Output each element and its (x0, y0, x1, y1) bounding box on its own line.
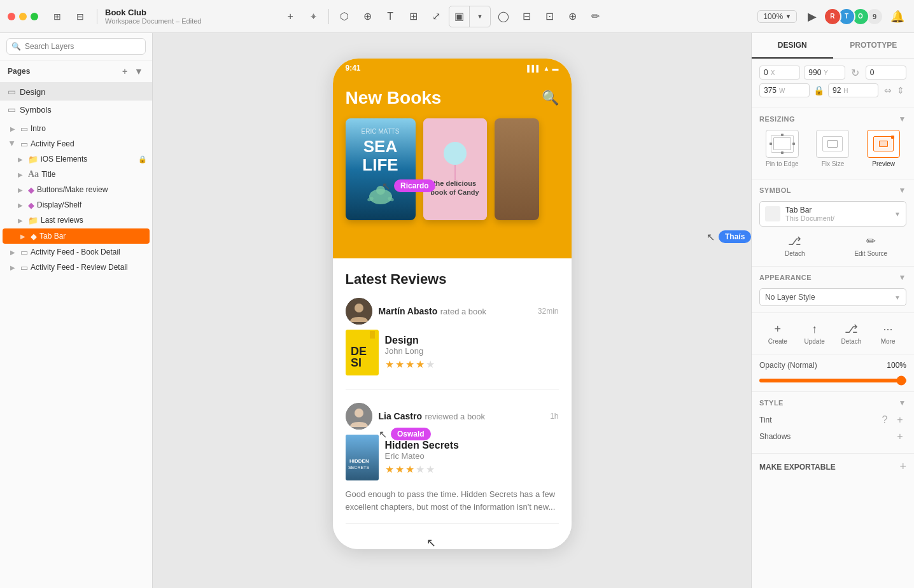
zoom-control[interactable]: 100% ▼ (757, 10, 797, 23)
frame-dropdown[interactable]: ▼ (470, 6, 490, 27)
layer-title[interactable]: ▶ Aa Title (0, 167, 152, 182)
coord-r[interactable]: 0 (866, 66, 906, 80)
search-input[interactable] (6, 38, 146, 55)
create-label: Create (768, 338, 787, 345)
resize-fix-size[interactable]: Fix Size (810, 130, 856, 167)
resizing-chevron-icon[interactable]: ▼ (899, 115, 906, 123)
panel-tabs: DESIGN PROTOTYPE (752, 33, 914, 59)
close-button[interactable] (8, 13, 15, 20)
layer-review-detail[interactable]: ▶ ▭ Activity Feed - Review Detail (0, 260, 152, 275)
pan-tool[interactable]: ⌖ (303, 6, 323, 27)
expand-buttons[interactable]: ▶ (15, 185, 25, 195)
opacity-slider[interactable] (759, 379, 906, 382)
pencil-tool[interactable]: ✏ (585, 6, 605, 27)
frame-tool[interactable]: ▣ (449, 6, 470, 27)
layer-last-reviews[interactable]: ▶ 📁 Last reviews (0, 213, 152, 228)
fullscreen-button[interactable] (31, 13, 38, 20)
coord-y[interactable]: 990 Y (804, 66, 845, 80)
appearance-chevron-icon[interactable]: ▼ (899, 273, 906, 282)
book-info-design: Design John Long ★ ★ ★ ★ ★ (385, 335, 559, 370)
update-button[interactable]: ↑ Update (796, 320, 833, 347)
canvas-area[interactable]: ↖ Ricardo ↖ Thaís ↖ Oswald ↖ 9:41 ▌▌▌ ▲ … (153, 33, 751, 588)
symbol-cud-row: + Create ↑ Update ⎇ Detach ··· More (759, 319, 906, 347)
resize-pin-to-edge[interactable]: Pin to Edge (759, 130, 805, 167)
notification-icon[interactable]: 🔔 (889, 8, 906, 25)
page-item-symbols[interactable]: ▭ Symbols (0, 101, 152, 118)
coord-x[interactable]: 0 X (759, 66, 800, 80)
layer-display-shelf[interactable]: ▶ ◆ Display/Shelf (0, 197, 152, 213)
star-l-2: ★ (395, 463, 404, 475)
page-item-design[interactable]: ▭ Design (0, 83, 152, 101)
rotation-icon[interactable]: ↻ (849, 66, 862, 79)
toolbar-separator-1 (97, 9, 97, 24)
add-page-button[interactable]: + (119, 66, 130, 77)
resize-preview[interactable]: Preview (861, 130, 906, 167)
phone-search-icon[interactable]: 🔍 (542, 90, 559, 106)
shape-tool[interactable]: ⬡ (334, 6, 355, 27)
symbol-chevron-icon[interactable]: ▼ (899, 186, 906, 195)
expand-ios-elements[interactable]: ▶ (15, 154, 25, 164)
signal-icon: ▌▌▌ (527, 65, 540, 72)
text-tool[interactable]: T (380, 6, 400, 27)
expand-activity-feed[interactable]: ▶ (8, 139, 18, 149)
mirror-tool[interactable]: ⊟ (516, 6, 537, 27)
pen-tool[interactable]: ⊕ (357, 6, 377, 27)
detach-button[interactable]: ⎇ Detach (759, 232, 831, 260)
component-tool[interactable]: ◯ (493, 6, 514, 27)
review-header-martin: Martín Abasto rated a book 32min (346, 298, 559, 325)
pages-dropdown-icon[interactable]: ▼ (133, 66, 144, 77)
layer-book-detail[interactable]: ▶ ▭ Activity Feed - Book Detail (0, 244, 152, 260)
layer-label-book-detail: Activity Feed - Book Detail (31, 248, 147, 256)
layer-intro[interactable]: ▶ ▭ Intro (0, 121, 152, 136)
slice-tool[interactable]: ⊡ (539, 6, 559, 27)
symbol-selector[interactable]: Tab Bar This Document/ ▼ (759, 201, 906, 227)
exportable-add-icon[interactable]: + (899, 460, 906, 473)
more-button[interactable]: ··· More (869, 320, 906, 347)
expand-tab-bar[interactable]: ▶ (18, 231, 28, 241)
insert-tool[interactable]: + (280, 6, 300, 27)
layer-style-dropdown[interactable]: No Layer Style ▼ (759, 288, 906, 306)
battery-icon: ▬ (552, 65, 559, 72)
tint-help-icon[interactable]: ? (878, 414, 891, 426)
style-section: STYLE ▼ Tint ? + Shadows + (752, 392, 914, 454)
style-chevron-icon[interactable]: ▼ (899, 398, 906, 407)
flip-h-icon[interactable]: ⇔ (882, 85, 894, 96)
more-icon: ··· (883, 323, 893, 336)
expand-title[interactable]: ▶ (15, 169, 25, 179)
view-toggle-icon[interactable]: ⊞ (48, 8, 66, 25)
hotspot-tool[interactable]: ⊕ (562, 6, 582, 27)
layer-tab-bar[interactable]: ▶ ◆ Tab Bar (3, 228, 150, 244)
play-button[interactable]: ▶ (802, 6, 822, 27)
tint-add-icon[interactable]: + (894, 414, 906, 426)
tab-prototype[interactable]: PROTOTYPE (833, 33, 915, 59)
layer-label-display-shelf: Display/Shelf (37, 200, 147, 209)
coord-h[interactable]: 92 H (828, 83, 878, 97)
resize-tool[interactable]: ⤢ (426, 6, 446, 27)
expand-review-detail[interactable]: ▶ (8, 262, 18, 272)
detach2-button[interactable]: ⎇ Detach (833, 319, 870, 347)
shadows-add-icon[interactable]: + (894, 430, 906, 443)
page-label-design: Design (20, 87, 45, 97)
grid-view-icon[interactable]: ⊟ (71, 8, 89, 25)
coord-w[interactable]: 375 W (759, 83, 810, 97)
minimize-button[interactable] (19, 13, 27, 20)
expand-intro[interactable]: ▶ (8, 123, 18, 134)
search-wrapper: 🔍 (6, 38, 146, 55)
title-sub: Workspace Document – Edited (105, 17, 201, 25)
lock-aspect-icon[interactable]: 🔒 (813, 85, 824, 95)
star-2: ★ (395, 358, 404, 370)
flip-v-icon[interactable]: ⇕ (895, 85, 906, 96)
layer-activity-feed[interactable]: ▶ ▭ Activity Feed (0, 136, 152, 151)
edit-source-button[interactable]: ✏ Edit Source (836, 232, 907, 260)
tab-design[interactable]: DESIGN (752, 33, 833, 59)
layer-buttons[interactable]: ▶ ◆ Buttons/Make review (0, 182, 152, 197)
expand-book-detail[interactable]: ▶ (8, 247, 18, 257)
layer-ios-elements[interactable]: ▶ 📁 iOS Elements 🔒 (0, 151, 152, 167)
expand-last-reviews[interactable]: ▶ (15, 215, 25, 225)
star-l-5: ★ (426, 463, 435, 475)
create-button[interactable]: + Create (759, 320, 796, 347)
candy-title: the delicious book of Candy (430, 179, 481, 197)
expand-display-shelf[interactable]: ▶ (15, 200, 25, 210)
image-tool[interactable]: ⊞ (403, 6, 423, 27)
sea-life-title: SEA LIFE (352, 137, 409, 174)
